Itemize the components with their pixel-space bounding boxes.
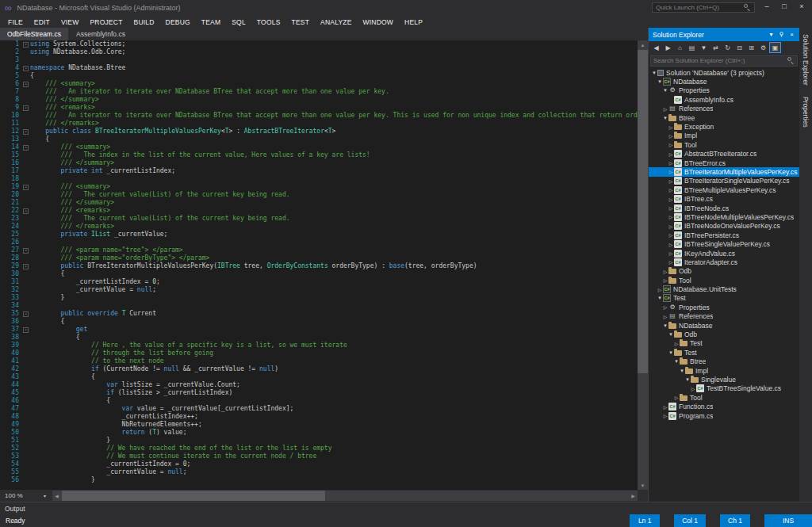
close-icon[interactable]: × [787, 31, 797, 38]
expander-icon[interactable]: ▷ [668, 142, 674, 147]
tree-item[interactable]: ▷C#Function.cs [649, 402, 799, 411]
code-text[interactable]: public override T Current [30, 310, 156, 318]
menu-item-team[interactable]: TEAM [196, 18, 226, 26]
code-text[interactable]: /// </summary> [30, 199, 114, 207]
code-text[interactable]: public class BTreeIteratorMultipleValues… [30, 128, 335, 136]
expander-icon[interactable]: ▾ [668, 349, 674, 356]
document-tab[interactable]: OdbFileStream.cs [0, 28, 68, 40]
code-text[interactable]: namespace NDatabase.Btree [30, 64, 125, 72]
tree-item[interactable]: ▷C#BTreeMultipleValuesPerKey.cs [649, 185, 799, 194]
code-text[interactable]: { [30, 397, 110, 405]
code-text[interactable]: /// An iterator to iterate over NDatabas… [30, 112, 648, 120]
tree-item[interactable]: ▷C#IBTreeNode.cs [649, 204, 799, 212]
code-text[interactable]: /// <summary> [30, 80, 95, 88]
tree-item[interactable]: ▷⚙Properties [649, 303, 799, 311]
back-icon[interactable]: ◀ [650, 42, 662, 53]
code-text[interactable]: _currentListIndex = 0; [30, 278, 160, 286]
menu-item-project[interactable]: PROJECT [84, 18, 128, 26]
tree-item[interactable]: ▾C#NDatabase [649, 77, 799, 86]
tree-item[interactable]: ▷C#IBTreeSingleValuePerKey.cs [649, 239, 799, 248]
tree-item[interactable]: ▷C#IBTreeNodeOneValuePerKey.cs [649, 222, 799, 231]
expander-icon[interactable]: ▾ [662, 323, 668, 329]
code-text[interactable]: { [30, 373, 95, 381]
properties-icon[interactable]: ⚙ [757, 42, 769, 53]
tree-item[interactable]: ▾Impl [649, 366, 799, 375]
fold-marker-icon[interactable]: - [23, 327, 29, 333]
code-text[interactable]: /// The current value(List) of the curre… [30, 191, 290, 199]
expander-icon[interactable]: ▷ [668, 223, 674, 229]
expander-icon[interactable]: ▾ [662, 115, 668, 121]
code-editor[interactable]: 1-using System.Collections;2using NDatab… [0, 40, 648, 490]
tree-item[interactable]: ▷Odb [649, 267, 799, 276]
code-text[interactable]: using NDatabase.Odb.Core; [30, 48, 125, 56]
code-text[interactable]: // Here , the value of a specific key is… [30, 342, 347, 349]
refresh-icon[interactable]: ↻ [722, 42, 733, 53]
code-text[interactable]: private IList _currentValue; [30, 231, 167, 239]
expander-icon[interactable]: ▷ [673, 395, 680, 400]
output-panel-bar[interactable]: Output [0, 502, 812, 514]
tree-item[interactable]: ▷C#IBTree.cs [649, 194, 799, 203]
code-text[interactable]: /// </summary> [30, 159, 114, 167]
expander-icon[interactable]: ▷ [673, 341, 680, 346]
expander-icon[interactable]: ▷ [668, 151, 674, 157]
code-text[interactable]: if (listSize > _currentListIndex) [30, 389, 232, 397]
tree-item[interactable]: ▾Btree [649, 113, 799, 122]
code-text[interactable]: /// <param name="tree"> </param> [30, 246, 183, 254]
tree-item[interactable]: ▾Odb [649, 330, 799, 338]
fold-marker-icon[interactable]: - [23, 208, 29, 214]
fold-marker-icon[interactable]: - [23, 66, 29, 71]
menu-item-sql[interactable]: SQL [226, 18, 251, 26]
zoom-control[interactable]: 100 % ▾ [0, 490, 51, 502]
fold-marker-icon[interactable]: - [23, 185, 29, 190]
expander-icon[interactable]: ▷ [668, 242, 674, 247]
forward-icon[interactable]: ▶ [662, 42, 674, 53]
expander-icon[interactable]: ▷ [668, 160, 674, 166]
solution-explorer-header[interactable]: Solution Explorer ▾⚲× [649, 28, 799, 41]
code-text[interactable]: /// </remarks> [30, 223, 114, 231]
code-text[interactable]: { [30, 72, 34, 80]
code-text[interactable]: /// <param name="orderByType"> </param> [30, 254, 209, 262]
tree-item[interactable]: ▷C#IKeyAndValue.cs [649, 249, 799, 258]
expander-icon[interactable]: ▷ [662, 404, 668, 410]
code-text[interactable]: /// <summary> [30, 143, 110, 151]
menu-item-view[interactable]: VIEW [56, 18, 85, 26]
tree-item[interactable]: ▷C#AbstractBTreeIterator.cs [649, 150, 799, 158]
tree-item[interactable]: ▷C#TestBTreeSingleValue.cs [649, 384, 799, 393]
switch-views-icon[interactable]: ▤ [686, 42, 698, 53]
scroll-up-icon[interactable]: ▲ [638, 40, 648, 49]
tree-item[interactable]: ▷C#BTreeIteratorSingleValuePerKey.cs [649, 177, 799, 185]
quick-launch-input[interactable]: Quick Launch (Ctrl+Q) [652, 2, 755, 13]
expander-icon[interactable]: ▷ [668, 205, 674, 211]
fold-marker-icon[interactable]: - [23, 42, 29, 48]
solution-explorer-search-input[interactable]: Search Solution Explorer (Ctrl+;) [650, 55, 798, 67]
code-text[interactable]: /// </summary> [30, 96, 99, 104]
tree-item[interactable]: ▷C#NDatabase.UnitTests [649, 285, 799, 293]
vertical-scrollbar-thumb[interactable] [638, 50, 648, 373]
expander-icon[interactable]: ▾ [673, 358, 680, 365]
menu-item-edit[interactable]: EDIT [29, 18, 56, 26]
tree-item[interactable]: ▷Tool [649, 140, 799, 149]
menu-item-debug[interactable]: DEBUG [160, 18, 196, 26]
code-text[interactable]: /// <summary> [30, 183, 110, 191]
expander-icon[interactable]: ▾ [679, 368, 685, 374]
fold-marker-icon[interactable]: - [23, 145, 29, 151]
expander-icon[interactable]: ▾ [651, 70, 657, 76]
home-icon[interactable]: ⌂ [674, 42, 686, 53]
tree-item[interactable]: ▷Exception [649, 122, 799, 131]
titlebar[interactable]: ∞ NDatabase - Microsoft Visual Studio (A… [0, 0, 812, 16]
code-text[interactable]: get [30, 326, 87, 334]
code-text[interactable]: if (CurrentNode != null && _currentValue… [30, 365, 278, 373]
code-text[interactable]: // We must continue iterate in the curre… [30, 453, 316, 460]
expander-icon[interactable]: ▷ [668, 169, 674, 174]
show-all-files-icon[interactable]: ⊞ [745, 42, 757, 53]
expander-icon[interactable]: ▷ [662, 413, 668, 418]
scroll-left-icon[interactable]: ◀ [52, 491, 61, 501]
maximize-button[interactable]: □ [776, 0, 793, 12]
menu-item-help[interactable]: HELP [399, 18, 428, 26]
side-tab-properties[interactable]: Properties [802, 97, 810, 128]
code-text[interactable]: { [30, 270, 64, 278]
minimize-button[interactable]: – [758, 0, 776, 12]
expander-icon[interactable]: ▷ [662, 277, 668, 283]
pending-changes-filter-icon[interactable]: ▼ [698, 42, 710, 53]
code-text[interactable]: // to the next node [30, 357, 164, 365]
